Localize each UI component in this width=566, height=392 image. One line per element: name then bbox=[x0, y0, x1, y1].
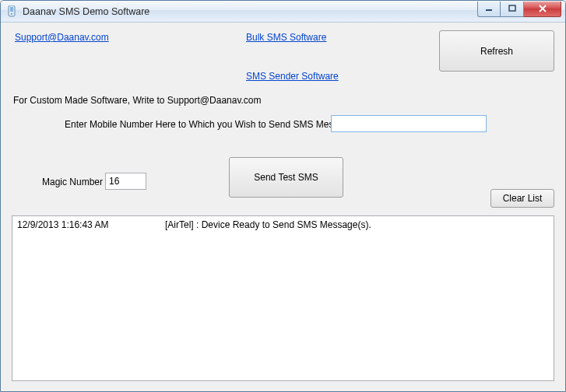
log-message: [AirTel] : Device Ready to Send SMS Mess… bbox=[165, 219, 371, 230]
app-window: Daanav SMS Demo Software Support@Daanav.… bbox=[0, 0, 566, 392]
window-title: Daanav SMS Demo Software bbox=[23, 6, 477, 17]
bulk-sms-link[interactable]: Bulk SMS Software bbox=[246, 32, 326, 43]
minimize-button[interactable] bbox=[477, 2, 501, 17]
custom-note-label: For Custom Made Software, Write to Suppo… bbox=[13, 95, 262, 106]
maximize-button[interactable] bbox=[501, 2, 524, 17]
svg-rect-4 bbox=[509, 5, 515, 11]
magic-number-input[interactable] bbox=[105, 173, 146, 190]
client-area: Support@Daanav.com Bulk SMS Software SMS… bbox=[1, 23, 565, 391]
log-timestamp: 12/9/2013 1:16:43 AM bbox=[17, 219, 165, 230]
log-row: 12/9/2013 1:16:43 AM [AirTel] : Device R… bbox=[17, 219, 549, 230]
send-test-sms-button[interactable]: Send Test SMS bbox=[229, 157, 343, 198]
window-controls bbox=[477, 2, 565, 17]
mobile-prompt-label: Enter Mobile Number Here to Which you Wi… bbox=[65, 119, 359, 130]
sms-sender-link[interactable]: SMS Sender Software bbox=[246, 71, 339, 82]
log-list[interactable]: 12/9/2013 1:16:43 AM [AirTel] : Device R… bbox=[12, 215, 554, 381]
svg-rect-1 bbox=[10, 7, 13, 12]
app-icon bbox=[5, 5, 18, 18]
svg-point-2 bbox=[11, 13, 12, 15]
mobile-number-input[interactable] bbox=[331, 115, 487, 132]
magic-number-label: Magic Number : bbox=[42, 177, 108, 187]
support-link[interactable]: Support@Daanav.com bbox=[15, 32, 109, 43]
close-button[interactable] bbox=[524, 2, 561, 17]
refresh-button[interactable]: Refresh bbox=[439, 30, 554, 72]
clear-list-button[interactable]: Clear List bbox=[490, 189, 554, 208]
titlebar: Daanav SMS Demo Software bbox=[1, 1, 565, 23]
